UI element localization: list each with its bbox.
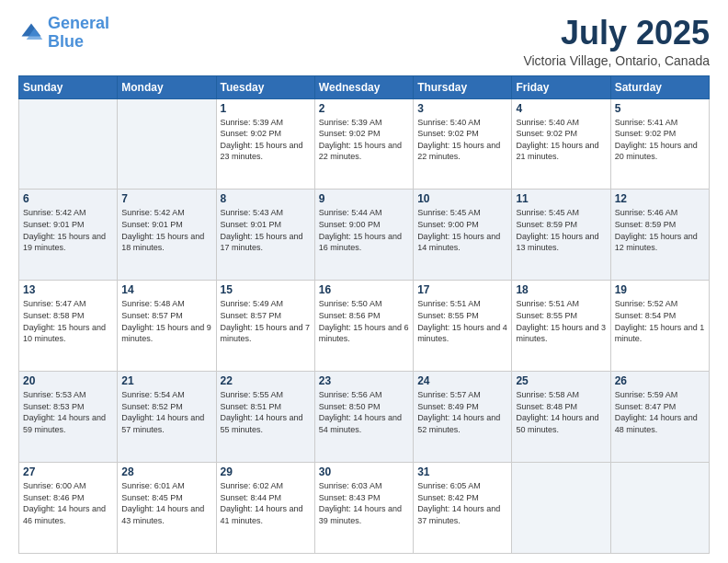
table-row: 18Sunrise: 5:51 AM Sunset: 8:55 PM Dayli… — [512, 281, 610, 372]
table-row: 31Sunrise: 6:05 AM Sunset: 8:42 PM Dayli… — [414, 463, 512, 554]
table-row: 24Sunrise: 5:57 AM Sunset: 8:49 PM Dayli… — [414, 372, 512, 463]
day-number: 9 — [319, 192, 409, 205]
table-row: 13Sunrise: 5:47 AM Sunset: 8:58 PM Dayli… — [19, 281, 118, 372]
day-number: 6 — [23, 192, 113, 205]
col-monday: Monday — [118, 75, 216, 98]
subtitle: Victoria Village, Ontario, Canada — [523, 53, 710, 68]
logo-text: General Blue — [48, 15, 109, 52]
day-info: Sunrise: 5:49 AM Sunset: 8:57 PM Dayligh… — [221, 298, 311, 344]
day-number: 10 — [417, 192, 507, 205]
day-number: 27 — [23, 465, 113, 478]
table-row: 25Sunrise: 5:58 AM Sunset: 8:48 PM Dayli… — [512, 372, 610, 463]
day-number: 28 — [121, 465, 211, 478]
table-row: 10Sunrise: 5:45 AM Sunset: 9:00 PM Dayli… — [414, 190, 512, 281]
table-row: 5Sunrise: 5:41 AM Sunset: 9:02 PM Daylig… — [610, 98, 709, 190]
day-info: Sunrise: 5:52 AM Sunset: 8:54 PM Dayligh… — [615, 298, 705, 344]
table-row — [512, 463, 610, 554]
calendar-header-row: Sunday Monday Tuesday Wednesday Thursday… — [19, 75, 710, 98]
day-info: Sunrise: 5:47 AM Sunset: 8:58 PM Dayligh… — [23, 298, 113, 344]
day-info: Sunrise: 5:58 AM Sunset: 8:48 PM Dayligh… — [516, 389, 606, 435]
day-info: Sunrise: 5:59 AM Sunset: 8:47 PM Dayligh… — [615, 389, 705, 435]
day-number: 20 — [23, 374, 113, 387]
day-number: 5 — [615, 102, 705, 115]
day-info: Sunrise: 5:56 AM Sunset: 8:50 PM Dayligh… — [319, 389, 409, 435]
col-sunday: Sunday — [19, 75, 118, 98]
table-row: 14Sunrise: 5:48 AM Sunset: 8:57 PM Dayli… — [118, 281, 216, 372]
day-number: 13 — [23, 283, 113, 296]
day-info: Sunrise: 6:05 AM Sunset: 8:42 PM Dayligh… — [417, 480, 507, 526]
day-info: Sunrise: 5:54 AM Sunset: 8:52 PM Dayligh… — [121, 389, 211, 435]
table-row: 6Sunrise: 5:42 AM Sunset: 9:01 PM Daylig… — [19, 190, 118, 281]
col-friday: Friday — [512, 75, 610, 98]
table-row: 17Sunrise: 5:51 AM Sunset: 8:55 PM Dayli… — [414, 281, 512, 372]
day-number: 21 — [121, 374, 211, 387]
day-info: Sunrise: 5:57 AM Sunset: 8:49 PM Dayligh… — [417, 389, 507, 435]
table-row — [118, 98, 216, 190]
table-row: 7Sunrise: 5:42 AM Sunset: 9:01 PM Daylig… — [118, 190, 216, 281]
day-info: Sunrise: 5:55 AM Sunset: 8:51 PM Dayligh… — [221, 389, 311, 435]
table-row: 30Sunrise: 6:03 AM Sunset: 8:43 PM Dayli… — [314, 463, 413, 554]
table-row: 22Sunrise: 5:55 AM Sunset: 8:51 PM Dayli… — [216, 372, 314, 463]
day-info: Sunrise: 5:44 AM Sunset: 9:00 PM Dayligh… — [319, 207, 409, 253]
day-number: 12 — [615, 192, 705, 205]
calendar-table: Sunday Monday Tuesday Wednesday Thursday… — [18, 75, 710, 554]
col-wednesday: Wednesday — [314, 75, 413, 98]
day-number: 18 — [516, 283, 606, 296]
table-row: 23Sunrise: 5:56 AM Sunset: 8:50 PM Dayli… — [314, 372, 413, 463]
day-number: 2 — [319, 102, 409, 115]
table-row: 20Sunrise: 5:53 AM Sunset: 8:53 PM Dayli… — [19, 372, 118, 463]
day-info: Sunrise: 5:43 AM Sunset: 9:01 PM Dayligh… — [221, 207, 311, 253]
day-number: 26 — [615, 374, 705, 387]
day-number: 1 — [221, 102, 311, 115]
day-info: Sunrise: 5:42 AM Sunset: 9:01 PM Dayligh… — [121, 207, 211, 253]
day-info: Sunrise: 5:51 AM Sunset: 8:55 PM Dayligh… — [516, 298, 606, 344]
day-number: 15 — [221, 283, 311, 296]
day-number: 3 — [417, 102, 507, 115]
day-info: Sunrise: 6:02 AM Sunset: 8:44 PM Dayligh… — [221, 480, 311, 526]
day-info: Sunrise: 5:45 AM Sunset: 8:59 PM Dayligh… — [516, 207, 606, 253]
table-row: 28Sunrise: 6:01 AM Sunset: 8:45 PM Dayli… — [118, 463, 216, 554]
table-row: 15Sunrise: 5:49 AM Sunset: 8:57 PM Dayli… — [216, 281, 314, 372]
page: General Blue July 2025 Victoria Village,… — [0, 0, 728, 563]
day-number: 31 — [417, 465, 507, 478]
day-number: 22 — [221, 374, 311, 387]
day-number: 29 — [221, 465, 311, 478]
col-saturday: Saturday — [610, 75, 709, 98]
day-info: Sunrise: 6:01 AM Sunset: 8:45 PM Dayligh… — [121, 480, 211, 526]
calendar-week-row: 20Sunrise: 5:53 AM Sunset: 8:53 PM Dayli… — [19, 372, 710, 463]
day-info: Sunrise: 5:39 AM Sunset: 9:02 PM Dayligh… — [319, 117, 409, 163]
table-row: 11Sunrise: 5:45 AM Sunset: 8:59 PM Dayli… — [512, 190, 610, 281]
day-info: Sunrise: 5:40 AM Sunset: 9:02 PM Dayligh… — [417, 117, 507, 163]
day-info: Sunrise: 6:03 AM Sunset: 8:43 PM Dayligh… — [319, 480, 409, 526]
day-info: Sunrise: 5:42 AM Sunset: 9:01 PM Dayligh… — [23, 207, 113, 253]
day-info: Sunrise: 6:00 AM Sunset: 8:46 PM Dayligh… — [23, 480, 113, 526]
day-info: Sunrise: 5:46 AM Sunset: 8:59 PM Dayligh… — [615, 207, 705, 253]
day-info: Sunrise: 5:48 AM Sunset: 8:57 PM Dayligh… — [121, 298, 211, 344]
calendar-week-row: 1Sunrise: 5:39 AM Sunset: 9:02 PM Daylig… — [19, 98, 710, 190]
day-number: 4 — [516, 102, 606, 115]
table-row: 26Sunrise: 5:59 AM Sunset: 8:47 PM Dayli… — [610, 372, 709, 463]
header: General Blue July 2025 Victoria Village,… — [18, 15, 710, 68]
day-number: 30 — [319, 465, 409, 478]
logo-icon — [18, 20, 44, 46]
day-info: Sunrise: 5:53 AM Sunset: 8:53 PM Dayligh… — [23, 389, 113, 435]
day-number: 24 — [417, 374, 507, 387]
table-row: 21Sunrise: 5:54 AM Sunset: 8:52 PM Dayli… — [118, 372, 216, 463]
day-number: 14 — [121, 283, 211, 296]
table-row: 1Sunrise: 5:39 AM Sunset: 9:02 PM Daylig… — [216, 98, 314, 190]
day-number: 7 — [121, 192, 211, 205]
table-row — [19, 98, 118, 190]
col-thursday: Thursday — [414, 75, 512, 98]
day-number: 17 — [417, 283, 507, 296]
calendar-week-row: 6Sunrise: 5:42 AM Sunset: 9:01 PM Daylig… — [19, 190, 710, 281]
table-row: 8Sunrise: 5:43 AM Sunset: 9:01 PM Daylig… — [216, 190, 314, 281]
table-row: 4Sunrise: 5:40 AM Sunset: 9:02 PM Daylig… — [512, 98, 610, 190]
day-number: 16 — [319, 283, 409, 296]
calendar-week-row: 13Sunrise: 5:47 AM Sunset: 8:58 PM Dayli… — [19, 281, 710, 372]
main-title: July 2025 — [523, 15, 710, 52]
table-row — [610, 463, 709, 554]
day-info: Sunrise: 5:40 AM Sunset: 9:02 PM Dayligh… — [516, 117, 606, 163]
day-number: 8 — [221, 192, 311, 205]
day-info: Sunrise: 5:41 AM Sunset: 9:02 PM Dayligh… — [615, 117, 705, 163]
table-row: 12Sunrise: 5:46 AM Sunset: 8:59 PM Dayli… — [610, 190, 709, 281]
